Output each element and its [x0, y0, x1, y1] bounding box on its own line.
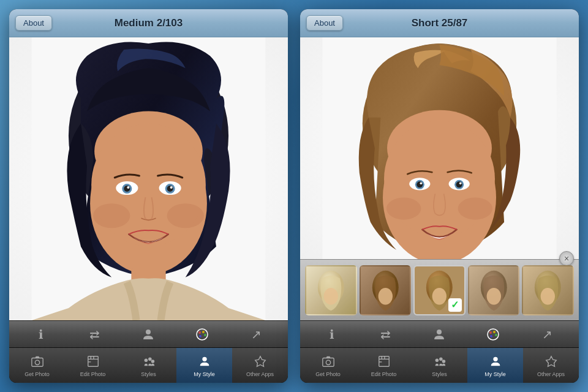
svg-point-41 [456, 181, 462, 187]
right-nav-get-photo[interactable]: Get Photo [300, 348, 356, 383]
svg-point-13 [127, 186, 129, 189]
hair-color-thumb-5[interactable] [522, 265, 574, 315]
svg-point-52 [486, 288, 500, 304]
right-title: Short 25/87 [412, 17, 468, 29]
svg-point-25 [144, 358, 148, 362]
left-nav-my-style-label: My Style [194, 371, 215, 377]
right-nav-other-apps-label: Other Apps [537, 371, 565, 377]
left-nav-edit-photo-label: Edit Photo [80, 371, 106, 377]
right-nav-styles[interactable]: Styles [412, 348, 467, 383]
right-nav-my-style-label: My Style [484, 371, 506, 377]
svg-point-33 [384, 121, 495, 238]
right-nav-get-photo-label: Get Photo [315, 371, 341, 377]
svg-point-43 [459, 183, 462, 185]
right-toolbar: ℹ ⇄ ↗ [300, 320, 579, 347]
left-about-button[interactable]: About [15, 15, 52, 31]
right-camera-icon [322, 355, 335, 370]
right-bottom-nav: Get Photo Edit Photo [300, 347, 579, 383]
right-nav-my-style[interactable]: My Style [467, 348, 523, 383]
right-header: About Short 25/87 [300, 9, 579, 37]
svg-point-64 [435, 358, 439, 362]
left-photo-area [9, 37, 288, 320]
svg-point-5 [93, 203, 130, 228]
left-nav-other-apps[interactable]: Other Apps [232, 348, 288, 383]
svg-point-54 [541, 288, 555, 304]
svg-point-67 [493, 357, 497, 361]
left-title: Medium 2/103 [115, 17, 183, 29]
color-selector-panel: × [300, 259, 579, 320]
person-icon[interactable] [137, 323, 159, 345]
left-nav-other-apps-label: Other Apps [246, 371, 274, 377]
left-nav-get-photo-label: Get Photo [24, 371, 50, 377]
share-icon[interactable]: ↗ [245, 323, 267, 345]
right-nav-edit-photo-label: Edit Photo [371, 371, 397, 377]
right-nav-styles-label: Styles [432, 371, 447, 377]
right-face-svg [300, 37, 579, 259]
svg-point-6 [167, 203, 204, 228]
info-icon[interactable]: ℹ [30, 323, 52, 345]
svg-point-21 [199, 335, 202, 337]
svg-point-19 [202, 331, 205, 333]
svg-rect-63 [379, 356, 389, 367]
hair-color-thumb-1[interactable] [305, 265, 357, 315]
left-nav-get-photo[interactable]: Get Photo [9, 348, 65, 383]
svg-point-57 [489, 331, 492, 334]
left-phone: About Medium 2/103 [9, 9, 288, 383]
right-nav-other-apps[interactable]: Other Apps [523, 348, 579, 383]
camera-icon [31, 355, 44, 370]
right-other-apps-icon [545, 355, 558, 370]
svg-point-4 [91, 124, 206, 247]
left-bottom-nav: Get Photo Edit Photo [9, 347, 288, 383]
svg-point-11 [124, 186, 130, 192]
right-my-style-icon [489, 355, 502, 370]
right-about-button[interactable]: About [306, 15, 343, 31]
left-nav-styles-label: Styles [141, 371, 156, 377]
svg-point-59 [495, 334, 497, 336]
other-apps-icon [254, 355, 267, 370]
close-panel-button[interactable]: × [559, 251, 574, 266]
svg-point-46 [324, 288, 338, 304]
hair-color-thumb-2[interactable] [360, 265, 412, 315]
close-icon: × [564, 254, 569, 263]
left-nav-edit-photo[interactable]: Edit Photo [65, 348, 121, 383]
right-edit-icon [377, 355, 391, 370]
svg-point-48 [378, 288, 392, 304]
right-styles-icon [433, 355, 447, 370]
svg-point-18 [198, 331, 201, 334]
left-nav-styles[interactable]: Styles [121, 348, 176, 383]
compare-icon[interactable]: ⇄ [84, 323, 106, 345]
selected-checkmark: ✓ [448, 298, 462, 312]
left-nav-my-style[interactable]: My Style [176, 348, 232, 383]
svg-point-55 [437, 330, 442, 334]
hair-color-thumb-3[interactable]: ✓ [413, 265, 466, 315]
hair-color-thumb-4[interactable] [468, 265, 520, 315]
right-nav-edit-photo[interactable]: Edit Photo [356, 348, 412, 383]
right-palette-icon[interactable] [482, 323, 504, 345]
svg-point-35 [458, 197, 492, 219]
svg-point-60 [490, 335, 492, 337]
svg-point-58 [493, 331, 496, 333]
svg-point-40 [417, 181, 423, 187]
svg-point-12 [167, 186, 173, 192]
svg-point-34 [386, 197, 421, 219]
svg-point-65 [439, 358, 443, 361]
svg-point-66 [442, 360, 445, 363]
svg-point-28 [202, 357, 206, 361]
left-toolbar: ℹ ⇄ ↗ [9, 320, 288, 347]
svg-point-23 [35, 360, 39, 364]
styles-icon [142, 355, 156, 370]
right-compare-icon[interactable]: ⇄ [375, 323, 397, 345]
right-info-icon[interactable]: ℹ [321, 323, 343, 345]
svg-point-26 [148, 358, 152, 361]
svg-point-62 [326, 360, 330, 364]
right-share-icon[interactable]: ↗ [536, 323, 558, 345]
svg-point-50 [432, 288, 447, 304]
right-phone: About Short 25/87 [300, 9, 579, 383]
svg-point-14 [170, 186, 173, 189]
palette-icon[interactable] [191, 323, 213, 345]
right-person-icon[interactable] [428, 323, 450, 345]
svg-point-20 [204, 334, 206, 336]
svg-point-27 [151, 360, 154, 363]
right-photo-area [300, 37, 579, 259]
my-style-icon [198, 355, 211, 370]
